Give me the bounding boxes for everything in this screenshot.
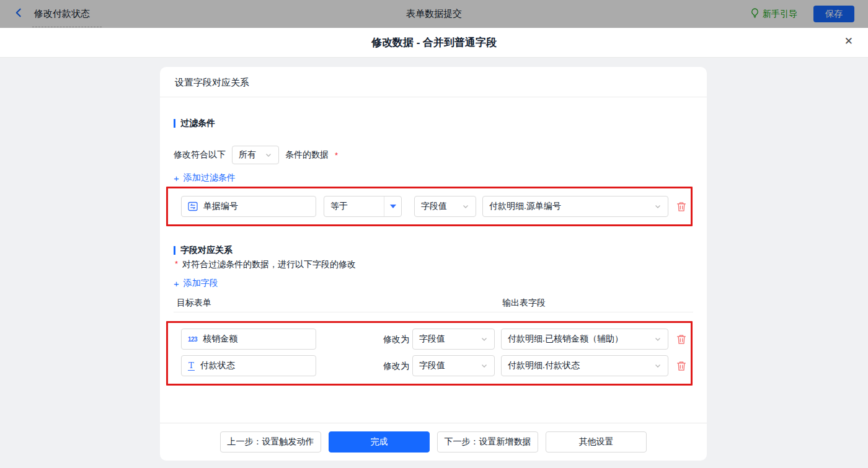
value-type: 字段值 <box>419 360 445 371</box>
filter-section-title-text: 过滤条件 <box>180 118 215 129</box>
mapping-section-title: 字段对应关系 <box>174 245 232 256</box>
required-asterisk: * <box>335 151 338 160</box>
caret-down-icon <box>390 205 396 208</box>
modal-overlay <box>0 0 868 28</box>
modal-title: 修改数据 - 合并到普通字段 <box>371 35 497 50</box>
chevron-down-icon <box>480 335 488 343</box>
required-asterisk: * <box>175 259 178 268</box>
chevron-down-icon <box>480 362 488 369</box>
output-field-select[interactable]: 付款明细.付款状态 <box>501 355 668 376</box>
other-settings-button[interactable]: 其他设置 <box>546 431 647 453</box>
condition-suffix-label: 条件的数据 <box>285 149 329 161</box>
target-field-select[interactable]: T 付款状态 <box>181 355 316 376</box>
modify-to-label: 修改为 <box>383 334 409 345</box>
add-filter-condition-link[interactable]: + 添加过滤条件 <box>174 172 236 183</box>
mapping-description-row: * 对符合过滤条件的数据，进行以下字段的修改 <box>175 259 356 270</box>
mapping-section-title-text: 字段对应关系 <box>180 245 232 256</box>
plus-icon: + <box>174 279 179 288</box>
delete-filter-row-button[interactable] <box>676 201 686 212</box>
column-separator <box>174 312 693 312</box>
plus-icon: + <box>174 174 179 183</box>
condition-prefix-label: 修改符合以下 <box>174 149 226 161</box>
output-field-value: 付款明细.付款状态 <box>508 360 580 371</box>
modify-to-label: 修改为 <box>383 361 409 372</box>
filter-value-type: 字段值 <box>421 201 447 212</box>
next-step-button[interactable]: 下一步：设置新增数据 <box>437 431 538 453</box>
target-field-select[interactable]: 123 核销金额 <box>181 329 316 350</box>
filter-operator-select[interactable]: 等于 <box>324 196 402 217</box>
modal-header: 修改数据 - 合并到普通字段 ✕ <box>0 28 868 58</box>
modal-body: 设置字段对应关系 过滤条件 修改符合以下 所有 条件的数据 * + 添 <box>0 58 868 468</box>
number-field-icon: 123 <box>188 336 197 343</box>
text-field-icon: T <box>188 361 195 371</box>
chevron-down-icon <box>654 362 662 369</box>
filter-operator-value: 等于 <box>330 201 348 212</box>
target-field-name: 核销金额 <box>203 333 237 345</box>
filter-field-select[interactable]: 单据编号 <box>181 196 316 217</box>
field-mapping-panel: 设置字段对应关系 过滤条件 修改符合以下 所有 条件的数据 * + 添 <box>160 67 707 461</box>
target-field-name: 付款状态 <box>200 360 235 371</box>
trash-icon <box>676 361 686 371</box>
filter-condition-row: 单据编号 等于 字段值 付款明细.源单编号 <box>160 196 707 217</box>
match-type-value: 所有 <box>239 149 256 161</box>
value-type-select[interactable]: 字段值 <box>412 329 495 350</box>
mapping-description: 对符合过滤条件的数据，进行以下字段的修改 <box>182 259 356 270</box>
filter-match-row: 修改符合以下 所有 条件的数据 * <box>174 146 338 164</box>
trash-icon <box>676 334 686 345</box>
done-button[interactable]: 完成 <box>329 431 430 453</box>
value-type: 字段值 <box>419 333 445 345</box>
modify-data-modal: 修改数据 - 合并到普通字段 ✕ 设置字段对应关系 过滤条件 修改符合以下 所有… <box>0 28 868 468</box>
panel-header: 设置字段对应关系 <box>160 67 707 97</box>
delete-mapping-row-button[interactable] <box>676 334 686 345</box>
section-marker <box>174 246 175 255</box>
chevron-down-icon <box>654 203 662 210</box>
mapping-row: T 付款状态 修改为 字段值 付款明细.付款状态 <box>160 355 707 376</box>
value-type-select[interactable]: 字段值 <box>412 355 495 376</box>
filter-value: 付款明细.源单编号 <box>489 201 561 212</box>
trash-icon <box>676 201 686 212</box>
delete-mapping-row-button[interactable] <box>676 361 686 371</box>
add-field-label: 添加字段 <box>184 278 218 289</box>
output-field-select[interactable]: 付款明细.已核销金额（辅助） <box>501 329 668 350</box>
prev-step-button[interactable]: 上一步：设置触发动作 <box>220 431 321 453</box>
chevron-down-icon <box>462 203 469 210</box>
filter-section-title: 过滤条件 <box>174 118 215 129</box>
panel-footer: 上一步：设置触发动作 完成 下一步：设置新增数据 其他设置 <box>160 423 707 461</box>
section-marker <box>174 119 175 128</box>
chevron-down-icon <box>265 151 272 159</box>
autonumber-field-icon <box>188 201 198 211</box>
column-header-target-form: 目标表单 <box>177 298 211 309</box>
mapping-row: 123 核销金额 修改为 字段值 付款明细.已核销金额（辅助） <box>160 329 707 350</box>
filter-value-select[interactable]: 付款明细.源单编号 <box>482 196 668 217</box>
add-filter-condition-label: 添加过滤条件 <box>184 172 236 183</box>
column-header-output-field: 输出表字段 <box>502 298 546 309</box>
chevron-down-icon <box>654 335 662 343</box>
output-field-value: 付款明细.已核销金额（辅助） <box>508 333 623 345</box>
match-type-select[interactable]: 所有 <box>232 146 279 164</box>
operator-dropdown-toggle[interactable] <box>384 196 401 216</box>
filter-field-name: 单据编号 <box>203 201 238 212</box>
add-field-link[interactable]: + 添加字段 <box>174 278 218 289</box>
close-icon[interactable]: ✕ <box>844 36 853 46</box>
filter-value-type-select[interactable]: 字段值 <box>414 196 476 217</box>
